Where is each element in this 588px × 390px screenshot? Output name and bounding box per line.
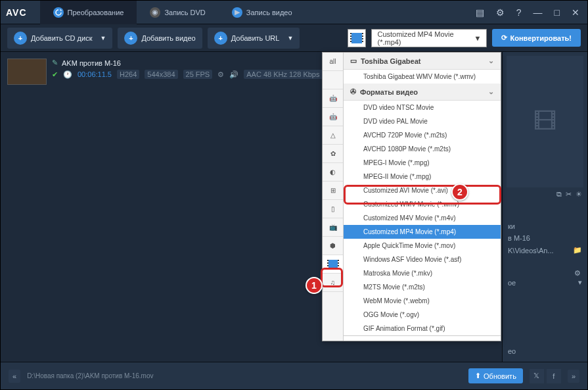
cat-huawei-button[interactable]: ✿ xyxy=(323,145,343,163)
format-item[interactable]: Customized AVI Movie (*.avi) xyxy=(344,183,501,197)
format-item[interactable]: Matroska Movie (*.mkv) xyxy=(344,266,501,280)
format-group-header[interactable]: ✇ Форматы видео ⌄ xyxy=(344,84,501,101)
pencil-icon[interactable]: ✎ xyxy=(52,59,58,67)
format-item[interactable]: Toshiba Gigabeat WMV Movie (*.wmv) xyxy=(344,70,501,84)
cat-windows-button[interactable]: ⊞ xyxy=(323,182,343,200)
disc-plus-icon: + xyxy=(14,32,27,45)
annotation-badge-2: 2 xyxy=(451,183,468,201)
cat-android-button[interactable]: 🤖 xyxy=(323,89,343,108)
video-plus-icon: + xyxy=(124,32,137,45)
fps: 25 FPS xyxy=(183,70,213,79)
cat-html5-button[interactable]: ⬢ xyxy=(323,237,343,255)
play-icon: ▶ xyxy=(232,7,242,18)
expand-button[interactable]: » xyxy=(568,370,579,383)
format-display-button[interactable] xyxy=(348,29,366,47)
film-icon xyxy=(327,260,339,269)
refresh-icon xyxy=(53,7,64,18)
format-item[interactable]: MPEG-II Movie (*.mpg) xyxy=(344,170,501,183)
check-icon: ✔ xyxy=(52,70,58,79)
facebook-icon[interactable]: f xyxy=(547,369,561,383)
cut-icon[interactable]: ✂ xyxy=(566,190,572,199)
format-item[interactable]: M2TS Movie (*.m2ts) xyxy=(344,280,501,294)
cat-apple-button[interactable] xyxy=(323,71,343,89)
ext-row: ео xyxy=(508,347,582,355)
format-category-sidebar: all 🤖 🤖 △ ✿ ◐ ⊞ ▯ 📺 ⬢ ♫ xyxy=(323,53,344,341)
format-item[interactable]: MPEG-I Movie (*.mpg) xyxy=(344,156,501,170)
twitter-icon[interactable]: 𝕏 xyxy=(530,369,544,383)
right-panel: 🎞 ⧉ ✂ ☀ ки в M-16 K\Videos\An...📁 ое▾ ⚙ … xyxy=(502,52,587,362)
convert-button[interactable]: ⟳ Конвертировать! xyxy=(492,29,581,47)
annotation-badge-1: 1 xyxy=(305,277,323,294)
tab-convert[interactable]: Преобразование xyxy=(40,1,137,24)
format-item[interactable]: Customized MP4 Movie (*.mp4) xyxy=(344,225,501,239)
collapse-icon: ⌄ xyxy=(488,57,494,65)
titlebar: AVC Преобразование ◉ Запись DVD ▶ Запись… xyxy=(1,1,587,24)
close-button[interactable]: ✕ xyxy=(569,6,582,19)
collapse-icon: ⌄ xyxy=(488,87,494,96)
cat-all-button[interactable]: all xyxy=(323,53,343,71)
update-button[interactable]: ⬆ Обновить xyxy=(468,368,523,383)
preview-area: 🎞 xyxy=(507,56,583,187)
gear-icon[interactable]: ⚙ xyxy=(493,6,507,19)
add-url-button[interactable]: + Добавить URL▼ xyxy=(208,28,300,49)
format-item[interactable]: Customized WMV Movie (*.wmv) xyxy=(344,197,501,211)
output-path: D:\Новая папка (2)\AKM против M-16.mov xyxy=(27,372,462,379)
minimize-button[interactable]: — xyxy=(531,6,545,19)
tab-record[interactable]: ▶ Запись видео xyxy=(219,1,305,24)
settings-icon[interactable]: ⚙ xyxy=(217,70,224,79)
cat-sony-button[interactable]: △ xyxy=(323,126,343,145)
help-icon[interactable]: ? xyxy=(514,6,524,19)
format-panel: all 🤖 🤖 △ ✿ ◐ ⊞ ▯ 📺 ⬢ ♫ ▭ Toshiba Gigabe… xyxy=(322,52,501,341)
cat-audio-button[interactable]: ♫ xyxy=(323,274,343,292)
tab-label: Запись видео xyxy=(246,9,292,16)
cat-lg-button[interactable]: ◐ xyxy=(323,163,343,182)
chevron-down-icon[interactable]: ▾ xyxy=(578,278,582,287)
disc-icon: ◉ xyxy=(150,7,160,18)
folder-icon[interactable]: 📁 xyxy=(573,246,582,255)
tab-dvd[interactable]: ◉ Запись DVD xyxy=(137,1,218,24)
cat-mobile-button[interactable]: ▯ xyxy=(323,200,343,218)
cat-android2-button[interactable]: 🤖 xyxy=(323,108,343,126)
format-item[interactable]: Windows ASF Video Movie (*.asf) xyxy=(344,253,501,266)
format-dropdown[interactable]: Customized MP4 Movie (*.mp4) ▼ xyxy=(371,29,487,47)
app-logo: AVC xyxy=(6,7,27,18)
format-item[interactable]: AVCHD 720P Movie (*.m2ts) xyxy=(344,128,501,142)
format-group-header[interactable]: ▭ Toshiba Gigabeat ⌄ xyxy=(344,53,501,70)
format-item[interactable]: Customized M4V Movie (*.m4v) xyxy=(344,211,501,225)
maximize-button[interactable]: □ xyxy=(552,6,562,19)
statusbar: « D:\Новая папка (2)\AKM против M-16.mov… xyxy=(1,362,587,389)
gear-icon[interactable]: ⚙ xyxy=(574,269,581,278)
format-footer: Применить выбранный профиль ко всем виде… xyxy=(344,335,501,341)
format-item[interactable]: OGG Movie (*.ogv) xyxy=(344,308,501,322)
crop-icon[interactable]: ⧉ xyxy=(556,190,562,199)
thumbnail xyxy=(7,59,47,85)
format-item[interactable]: WebM Movie (*.webm) xyxy=(344,294,501,308)
device-icon: ▭ xyxy=(350,57,357,65)
add-video-button[interactable]: + Добавить видео xyxy=(118,28,202,49)
cat-tv-button[interactable]: 📺 xyxy=(323,218,343,237)
format-item[interactable]: Apple QuickTime Movie (*.mov) xyxy=(344,239,501,253)
add-cd-button[interactable]: + Добавить CD диск▼ xyxy=(7,28,112,49)
format-item[interactable]: DVD video NTSC Movie xyxy=(344,101,501,114)
toolbar: + Добавить CD диск▼ + Добавить видео + Д… xyxy=(1,24,587,52)
film-reel-icon: 🎞 xyxy=(533,108,557,135)
volume-icon: 🔊 xyxy=(229,70,238,79)
fx-icon[interactable]: ☀ xyxy=(576,190,582,199)
format-list: ▭ Toshiba Gigabeat ⌄ Toshiba Gigabeat WM… xyxy=(344,53,501,341)
refresh-icon: ⟳ xyxy=(501,34,507,42)
reel-icon: ✇ xyxy=(350,87,356,96)
menu-icon[interactable]: ▤ xyxy=(473,6,487,19)
clock-icon: 🕐 xyxy=(63,70,72,79)
globe-plus-icon: + xyxy=(214,32,227,45)
filename: в M-16 xyxy=(508,234,530,242)
upload-icon: ⬆ xyxy=(475,372,481,380)
chevron-down-icon: ▼ xyxy=(474,34,482,42)
collapse-button[interactable]: « xyxy=(9,370,20,383)
format-item[interactable]: DVD video PAL Movie xyxy=(344,114,501,128)
format-item[interactable]: GIF Animation Format (*.gif) xyxy=(344,322,501,335)
panel-label: ки xyxy=(508,222,515,230)
cat-video-button[interactable] xyxy=(323,255,343,274)
film-icon xyxy=(350,33,363,43)
format-item[interactable]: AVCHD 1080P Movie (*.m2ts) xyxy=(344,142,501,156)
dur-label: ое xyxy=(508,279,516,287)
